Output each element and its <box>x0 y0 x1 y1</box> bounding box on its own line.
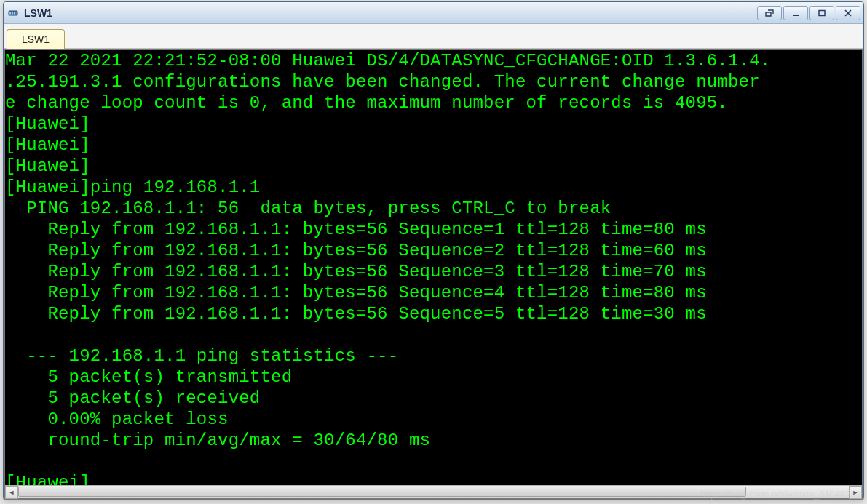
scroll-track[interactable] <box>18 486 849 499</box>
horizontal-scrollbar[interactable]: ◄ ► <box>5 485 862 498</box>
terminal-output[interactable]: Mar 22 2021 22:21:52-08:00 Huawei DS/4/D… <box>5 50 862 485</box>
scroll-right-button[interactable]: ► <box>849 486 862 499</box>
tab-label: LSW1 <box>22 33 50 45</box>
close-button[interactable] <box>836 6 860 20</box>
window-controls <box>757 6 860 20</box>
popout-button[interactable] <box>757 6 782 20</box>
tab-lsw1[interactable]: LSW1 <box>7 29 65 49</box>
app-window: LSW1 LSW1 Mar 22 2021 22:21:52-08:00 Hua… <box>3 1 864 500</box>
terminal-container: Mar 22 2021 22:21:52-08:00 Huawei DS/4/D… <box>4 49 863 500</box>
scroll-thumb[interactable] <box>18 487 746 497</box>
tab-bar: LSW1 <box>4 24 863 49</box>
svg-rect-3 <box>14 12 15 14</box>
svg-rect-5 <box>819 10 825 15</box>
scroll-left-button[interactable]: ◄ <box>5 486 18 499</box>
window-title: LSW1 <box>24 7 757 19</box>
title-bar[interactable]: LSW1 <box>4 2 863 24</box>
svg-rect-2 <box>12 12 13 14</box>
maximize-button[interactable] <box>809 6 834 20</box>
svg-rect-1 <box>9 12 11 14</box>
app-icon <box>7 7 20 20</box>
minimize-button[interactable] <box>783 6 808 20</box>
